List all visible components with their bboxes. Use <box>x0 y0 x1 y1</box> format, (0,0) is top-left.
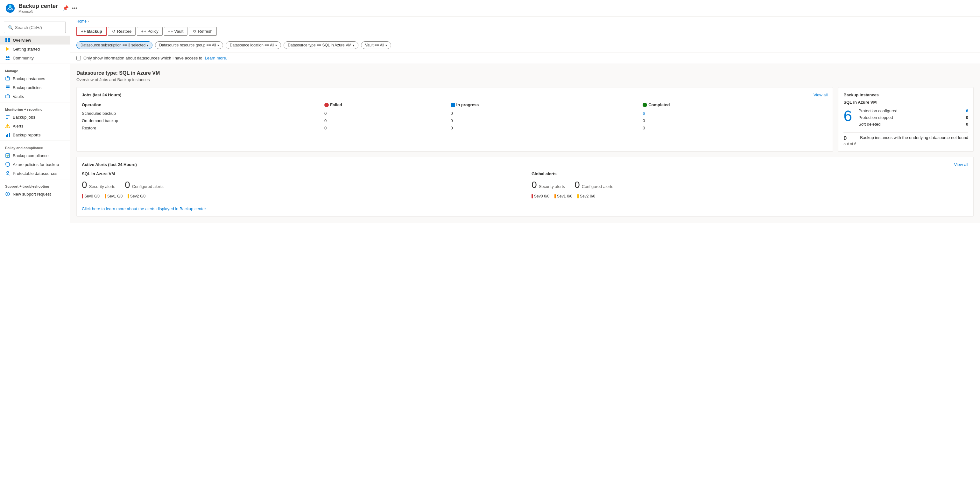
protection-configured-value[interactable]: 6 <box>966 108 968 113</box>
filter-datasource-type[interactable]: Datasource type == SQL in Azure VM ▾ <box>283 41 358 49</box>
svg-rect-3 <box>8 38 10 40</box>
sidebar-item-backup-compliance[interactable]: Backup compliance <box>0 151 70 160</box>
protection-stopped-value: 0 <box>966 115 968 120</box>
sidebar-item-alerts[interactable]: Alerts <box>0 122 70 130</box>
bi-card-subtitle: SQL in Azure VM <box>843 100 968 105</box>
sidebar-item-label: Getting started <box>13 47 40 51</box>
filter-expand-icon: ▾ <box>147 44 148 47</box>
sidebar-item-label: Overview <box>13 38 31 43</box>
pin-icon[interactable]: 📌 <box>62 5 69 11</box>
sidebar-item-label: Backup compliance <box>13 153 49 158</box>
sql-sev1: Sev1 0/0 <box>105 194 123 198</box>
sidebar-item-label: Backup policies <box>13 85 41 90</box>
svg-rect-12 <box>6 87 10 88</box>
vault-button[interactable]: + + Vault <box>164 27 188 36</box>
svg-rect-10 <box>7 76 9 78</box>
sidebar-item-azure-policies[interactable]: Azure policies for backup <box>0 160 70 169</box>
azure-policies-icon <box>5 162 10 167</box>
backup-compliance-icon <box>5 153 10 158</box>
restore-button[interactable]: ↺ Restore <box>108 27 136 36</box>
backup-policies-icon <box>5 85 10 90</box>
completed-link-0[interactable]: 6 <box>643 111 645 116</box>
policy-plus-icon: + <box>141 29 143 34</box>
restore-icon: ↺ <box>112 29 116 34</box>
alerts-global-title: Global alerts <box>531 171 968 176</box>
sidebar-item-label: Protectable datasources <box>13 171 57 176</box>
app-icon <box>5 3 15 13</box>
svg-rect-5 <box>8 40 10 42</box>
sidebar-item-backup-policies[interactable]: Backup policies <box>0 83 70 92</box>
app-title-group: Backup center Microsoft <box>19 3 58 13</box>
svg-point-25 <box>7 171 9 173</box>
search-icon: 🔍 <box>8 25 13 30</box>
sidebar-item-backup-instances[interactable]: Backup instances <box>0 74 70 83</box>
alerts-icon <box>5 124 10 129</box>
alerts-learn-more-link[interactable]: Click here to learn more about the alert… <box>82 206 206 211</box>
global-configured-count: 0 <box>574 179 580 190</box>
sidebar-item-protectable-datasources[interactable]: Protectable datasources <box>0 169 70 178</box>
main-content: Home › + + Backup ↺ Restore + + Policy + <box>70 16 980 484</box>
svg-text:?: ? <box>7 193 8 196</box>
sidebar-item-community[interactable]: Community <box>0 54 70 62</box>
filter-expand-icon: ▾ <box>275 44 277 47</box>
community-icon <box>5 56 10 60</box>
backup-button[interactable]: + + Backup <box>76 27 107 36</box>
alerts-card-title: Active Alerts (last 24 Hours) <box>82 162 137 167</box>
sidebar-section-policy: Policy and compliance <box>0 142 70 151</box>
bi-total-count: 6 <box>843 108 852 124</box>
vaults-icon <box>5 94 10 99</box>
svg-point-7 <box>6 56 8 58</box>
global-sev2: Sev2 0/0 <box>578 194 595 198</box>
search-input[interactable] <box>15 25 68 30</box>
global-sev1: Sev1 0/0 <box>554 194 572 198</box>
col-operation: Operation <box>82 101 325 110</box>
protectable-icon <box>5 171 10 176</box>
not-found-out-of: out of 6 <box>843 142 856 146</box>
learn-more-link[interactable]: Learn more. <box>205 56 227 60</box>
soft-deleted-label: Soft deleted <box>858 122 880 127</box>
sql-security-count: 0 <box>82 179 87 190</box>
refresh-icon: ↻ <box>193 29 196 34</box>
sidebar-item-label: Vaults <box>13 94 24 99</box>
sidebar-item-backup-reports[interactable]: Backup reports <box>0 130 70 139</box>
table-row: Restore 0 0 0 <box>82 124 827 132</box>
filter-resource-group[interactable]: Datasource resource group == All ▾ <box>155 41 223 49</box>
sidebar-item-label: Backup instances <box>13 76 45 81</box>
sidebar-item-getting-started[interactable]: Getting started <box>0 44 70 54</box>
sidebar-item-vaults[interactable]: Vaults <box>0 92 70 101</box>
alerts-view-all-link[interactable]: View all <box>954 162 968 167</box>
overview-icon <box>5 38 10 43</box>
breadcrumb-home[interactable]: Home <box>76 19 87 24</box>
global-configured-label: Configured alerts <box>582 184 613 189</box>
sidebar-section-monitoring: Monitoring + reporting <box>0 104 70 113</box>
filter-location[interactable]: Datasource location == All ▾ <box>226 41 281 49</box>
more-icon[interactable]: ••• <box>72 5 77 11</box>
global-security-count: 0 <box>531 179 537 190</box>
alerts-card: Active Alerts (last 24 Hours) View all S… <box>76 157 974 217</box>
backup-reports-icon <box>5 132 10 137</box>
svg-rect-21 <box>6 135 7 137</box>
sidebar-item-label: Azure policies for backup <box>13 162 59 167</box>
access-filter-checkbox[interactable] <box>76 56 81 60</box>
alerts-sql-title: SQL in Azure VM <box>82 171 519 176</box>
backup-instances-card: Backup instances SQL in Azure VM 6 Prote… <box>838 87 974 152</box>
sidebar-section-manage: Manage <box>0 65 70 74</box>
breadcrumb-sep: › <box>88 19 89 24</box>
svg-rect-23 <box>9 133 10 137</box>
sidebar-item-label: Backup jobs <box>13 115 35 119</box>
app-subtitle: Microsoft <box>19 10 58 13</box>
jobs-card-title: Jobs (last 24 Hours) <box>82 92 121 97</box>
svg-rect-22 <box>7 134 8 137</box>
filter-vault[interactable]: Vault == All ▾ <box>361 41 391 49</box>
app-title: Backup center <box>19 3 58 10</box>
sidebar-item-overview[interactable]: Overview <box>0 36 70 44</box>
vault-plus-icon: + <box>168 29 170 34</box>
jobs-view-all-link[interactable]: View all <box>813 92 828 97</box>
sidebar-item-new-support[interactable]: ? New support request <box>0 189 70 198</box>
svg-rect-14 <box>6 95 10 98</box>
filter-subscription[interactable]: Datasource subscription == 3 selected ▾ <box>76 41 153 49</box>
sidebar-item-backup-jobs[interactable]: Backup jobs <box>0 113 70 122</box>
policy-button[interactable]: + + Policy <box>137 27 162 36</box>
refresh-button[interactable]: ↻ Refresh <box>189 27 217 36</box>
sidebar-item-label: New support request <box>13 192 51 197</box>
